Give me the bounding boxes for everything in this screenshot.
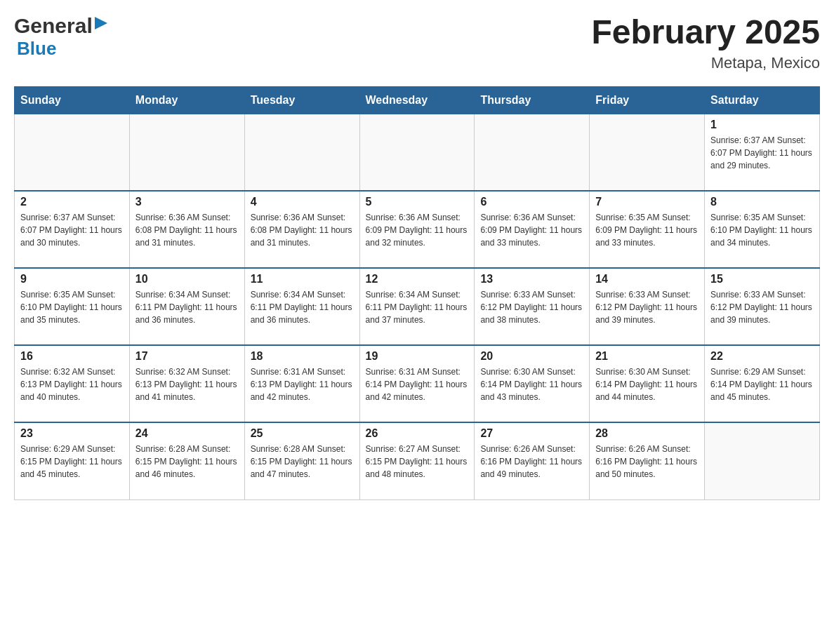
week-row-2: 9Sunrise: 6:35 AM Sunset: 6:10 PM Daylig… [15, 268, 820, 345]
day-cell-w3-d2: 18Sunrise: 6:31 AM Sunset: 6:13 PM Dayli… [244, 345, 359, 422]
day-cell-w0-d0 [15, 114, 130, 191]
day-number-22: 22 [710, 350, 814, 363]
day-cell-w3-d3: 19Sunrise: 6:31 AM Sunset: 6:14 PM Dayli… [359, 345, 475, 422]
day-number-25: 25 [251, 427, 354, 440]
day-cell-w4-d6 [705, 422, 820, 499]
week-row-0: 1Sunrise: 6:37 AM Sunset: 6:07 PM Daylig… [15, 114, 820, 191]
day-number-12: 12 [366, 273, 469, 286]
day-info-8: Sunrise: 6:35 AM Sunset: 6:10 PM Dayligh… [710, 211, 814, 249]
day-cell-w2-d5: 14Sunrise: 6:33 AM Sunset: 6:12 PM Dayli… [590, 268, 705, 345]
day-cell-w4-d4: 27Sunrise: 6:26 AM Sunset: 6:16 PM Dayli… [475, 422, 590, 499]
day-cell-w0-d5 [590, 114, 705, 191]
day-cell-w4-d1: 24Sunrise: 6:28 AM Sunset: 6:15 PM Dayli… [129, 422, 244, 499]
day-cell-w0-d3 [359, 114, 475, 191]
day-number-10: 10 [135, 273, 239, 286]
day-cell-w1-d5: 7Sunrise: 6:35 AM Sunset: 6:09 PM Daylig… [590, 191, 705, 268]
day-info-11: Sunrise: 6:34 AM Sunset: 6:11 PM Dayligh… [251, 288, 354, 326]
day-info-4: Sunrise: 6:36 AM Sunset: 6:08 PM Dayligh… [251, 211, 354, 249]
day-info-18: Sunrise: 6:31 AM Sunset: 6:13 PM Dayligh… [251, 365, 354, 403]
location: Metapa, Mexico [591, 54, 820, 72]
day-cell-w4-d3: 26Sunrise: 6:27 AM Sunset: 6:15 PM Dayli… [359, 422, 475, 499]
day-cell-w0-d6: 1Sunrise: 6:37 AM Sunset: 6:07 PM Daylig… [705, 114, 820, 191]
day-info-26: Sunrise: 6:27 AM Sunset: 6:15 PM Dayligh… [366, 443, 469, 481]
day-info-14: Sunrise: 6:33 AM Sunset: 6:12 PM Dayligh… [595, 288, 699, 326]
calendar-table: Sunday Monday Tuesday Wednesday Thursday… [14, 86, 820, 500]
month-title: February 2025 [591, 14, 820, 51]
day-number-2: 2 [20, 196, 124, 208]
day-info-13: Sunrise: 6:33 AM Sunset: 6:12 PM Dayligh… [480, 288, 583, 326]
day-cell-w1-d4: 6Sunrise: 6:36 AM Sunset: 6:09 PM Daylig… [475, 191, 590, 268]
header-tuesday: Tuesday [244, 86, 359, 114]
day-info-17: Sunrise: 6:32 AM Sunset: 6:13 PM Dayligh… [135, 365, 239, 403]
header-saturday: Saturday [705, 86, 820, 114]
header-thursday: Thursday [475, 86, 590, 114]
logo-blue-text: Blue [17, 38, 56, 59]
day-number-1: 1 [710, 119, 814, 131]
day-cell-w3-d0: 16Sunrise: 6:32 AM Sunset: 6:13 PM Dayli… [15, 345, 130, 422]
day-info-20: Sunrise: 6:30 AM Sunset: 6:14 PM Dayligh… [480, 365, 583, 403]
day-number-8: 8 [710, 196, 814, 208]
day-cell-w3-d6: 22Sunrise: 6:29 AM Sunset: 6:14 PM Dayli… [705, 345, 820, 422]
header-monday: Monday [129, 86, 244, 114]
day-info-15: Sunrise: 6:33 AM Sunset: 6:12 PM Dayligh… [710, 288, 814, 326]
day-info-1: Sunrise: 6:37 AM Sunset: 6:07 PM Dayligh… [710, 134, 814, 172]
day-info-16: Sunrise: 6:32 AM Sunset: 6:13 PM Dayligh… [20, 365, 124, 403]
day-cell-w4-d0: 23Sunrise: 6:29 AM Sunset: 6:15 PM Dayli… [15, 422, 130, 499]
day-info-12: Sunrise: 6:34 AM Sunset: 6:11 PM Dayligh… [366, 288, 469, 326]
day-number-23: 23 [20, 427, 124, 440]
week-row-4: 23Sunrise: 6:29 AM Sunset: 6:15 PM Dayli… [15, 422, 820, 499]
day-cell-w4-d5: 28Sunrise: 6:26 AM Sunset: 6:16 PM Dayli… [590, 422, 705, 499]
day-cell-w0-d4 [475, 114, 590, 191]
day-info-19: Sunrise: 6:31 AM Sunset: 6:14 PM Dayligh… [366, 365, 469, 403]
day-info-27: Sunrise: 6:26 AM Sunset: 6:16 PM Dayligh… [480, 443, 583, 481]
day-info-2: Sunrise: 6:37 AM Sunset: 6:07 PM Dayligh… [20, 211, 124, 249]
week-row-1: 2Sunrise: 6:37 AM Sunset: 6:07 PM Daylig… [15, 191, 820, 268]
day-number-24: 24 [135, 427, 239, 440]
day-number-13: 13 [480, 273, 583, 286]
day-info-28: Sunrise: 6:26 AM Sunset: 6:16 PM Dayligh… [595, 443, 699, 481]
weekday-header-row: Sunday Monday Tuesday Wednesday Thursday… [15, 86, 820, 114]
day-info-21: Sunrise: 6:30 AM Sunset: 6:14 PM Dayligh… [595, 365, 699, 403]
day-number-4: 4 [251, 196, 354, 208]
logo: General Blue [14, 14, 107, 60]
day-cell-w3-d5: 21Sunrise: 6:30 AM Sunset: 6:14 PM Dayli… [590, 345, 705, 422]
day-number-9: 9 [20, 273, 124, 286]
logo-arrow-icon [95, 17, 107, 32]
day-cell-w2-d6: 15Sunrise: 6:33 AM Sunset: 6:12 PM Dayli… [705, 268, 820, 345]
day-info-24: Sunrise: 6:28 AM Sunset: 6:15 PM Dayligh… [135, 443, 239, 481]
day-info-3: Sunrise: 6:36 AM Sunset: 6:08 PM Dayligh… [135, 211, 239, 249]
day-cell-w1-d3: 5Sunrise: 6:36 AM Sunset: 6:09 PM Daylig… [359, 191, 475, 268]
day-cell-w3-d4: 20Sunrise: 6:30 AM Sunset: 6:14 PM Dayli… [475, 345, 590, 422]
day-number-6: 6 [480, 196, 583, 208]
day-info-9: Sunrise: 6:35 AM Sunset: 6:10 PM Dayligh… [20, 288, 124, 326]
day-info-23: Sunrise: 6:29 AM Sunset: 6:15 PM Dayligh… [20, 443, 124, 481]
day-info-10: Sunrise: 6:34 AM Sunset: 6:11 PM Dayligh… [135, 288, 239, 326]
svg-marker-0 [95, 17, 107, 29]
day-cell-w1-d6: 8Sunrise: 6:35 AM Sunset: 6:10 PM Daylig… [705, 191, 820, 268]
day-cell-w1-d2: 4Sunrise: 6:36 AM Sunset: 6:08 PM Daylig… [244, 191, 359, 268]
day-number-3: 3 [135, 196, 239, 208]
title-section: February 2025 Metapa, Mexico [591, 14, 820, 72]
day-number-11: 11 [251, 273, 354, 286]
day-number-7: 7 [595, 196, 699, 208]
header-friday: Friday [590, 86, 705, 114]
day-number-14: 14 [595, 273, 699, 286]
day-info-25: Sunrise: 6:28 AM Sunset: 6:15 PM Dayligh… [251, 443, 354, 481]
day-cell-w2-d2: 11Sunrise: 6:34 AM Sunset: 6:11 PM Dayli… [244, 268, 359, 345]
day-cell-w0-d2 [244, 114, 359, 191]
day-cell-w1-d0: 2Sunrise: 6:37 AM Sunset: 6:07 PM Daylig… [15, 191, 130, 268]
header-sunday: Sunday [15, 86, 130, 114]
day-number-5: 5 [366, 196, 469, 208]
day-cell-w3-d1: 17Sunrise: 6:32 AM Sunset: 6:13 PM Dayli… [129, 345, 244, 422]
day-cell-w4-d2: 25Sunrise: 6:28 AM Sunset: 6:15 PM Dayli… [244, 422, 359, 499]
logo-general-text: General [14, 14, 93, 38]
day-number-15: 15 [710, 273, 814, 286]
day-info-22: Sunrise: 6:29 AM Sunset: 6:14 PM Dayligh… [710, 365, 814, 403]
day-cell-w2-d0: 9Sunrise: 6:35 AM Sunset: 6:10 PM Daylig… [15, 268, 130, 345]
day-number-26: 26 [366, 427, 469, 440]
day-number-28: 28 [595, 427, 699, 440]
day-cell-w1-d1: 3Sunrise: 6:36 AM Sunset: 6:08 PM Daylig… [129, 191, 244, 268]
day-info-5: Sunrise: 6:36 AM Sunset: 6:09 PM Dayligh… [366, 211, 469, 249]
page-header: General Blue February 2025 Metapa, Mexic… [14, 14, 820, 72]
day-number-21: 21 [595, 350, 699, 363]
